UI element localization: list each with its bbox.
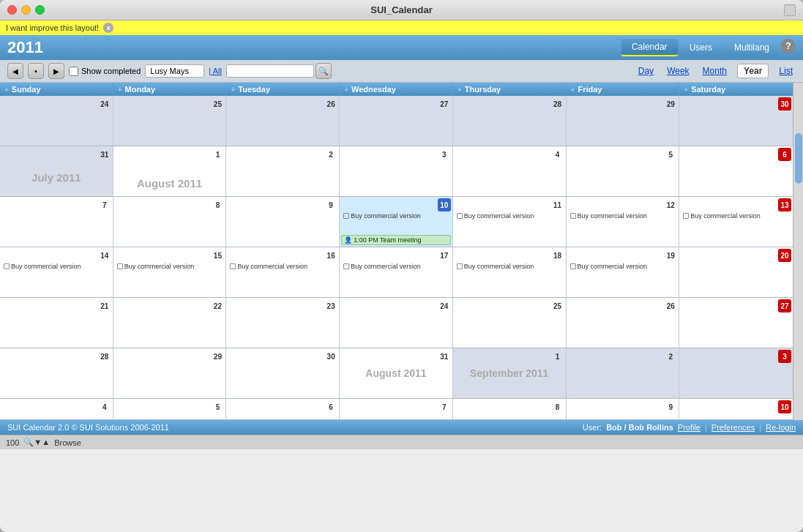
day-cell-19-aug[interactable]: 19 Buy commercial version [567, 247, 680, 297]
add-btn-sun[interactable]: + [4, 86, 9, 94]
day-num: 7 [438, 400, 451, 413]
event-buy-18[interactable]: Buy commercial version [455, 262, 564, 271]
day-cell-10-sep[interactable]: 10 [679, 399, 793, 419]
view-tab-year[interactable]: Year [737, 64, 769, 78]
day-cell-8-sep[interactable]: 8 [453, 399, 567, 419]
event-buy-15[interactable]: Buy commercial version [115, 262, 225, 271]
day-cell-29-aug[interactable]: 29 [113, 348, 227, 398]
help-button[interactable]: ? [781, 39, 796, 53]
nav-tab-multilang[interactable]: Multilang [724, 39, 780, 56]
relogin-link[interactable]: Re-login [766, 423, 796, 432]
day-cell-30-aug[interactable]: 30 [226, 348, 340, 398]
day-cell-23-aug[interactable]: 23 [226, 298, 340, 348]
day-cell-27-aug[interactable]: 27 [679, 298, 793, 348]
day-cell-7-aug[interactable]: 7 [0, 197, 113, 247]
user-name: Bob / Bob Rollins [606, 423, 673, 432]
day-cell-1-sep[interactable]: 1 September 2011 [453, 348, 567, 398]
maximize-button[interactable] [35, 5, 45, 15]
day-cell-30-jul[interactable]: 30 [679, 96, 793, 146]
day-cell-8-aug[interactable]: 8 [113, 197, 227, 247]
day-cell-25-aug[interactable]: 25 [453, 298, 567, 348]
day-cell-7-sep[interactable]: 7 [340, 399, 453, 419]
event-buy-14[interactable]: Buy commercial version [1, 262, 111, 271]
day-cell-3-sep[interactable]: 3 [679, 348, 793, 398]
day-cell-27-jul[interactable]: 27 [340, 96, 453, 146]
preferences-link[interactable]: Preferences [712, 423, 755, 432]
day-cell-9-sep[interactable]: 9 [567, 399, 680, 419]
day-cell-4-sep[interactable]: 4 [0, 399, 113, 419]
vertical-scrollbar[interactable] [793, 83, 803, 420]
event-buy-10[interactable]: Buy commercial version [341, 211, 451, 220]
day-cell-4-aug[interactable]: 4 [453, 146, 567, 196]
day-cell-26-jul[interactable]: 26 [226, 96, 340, 146]
day-cell-21-aug[interactable]: 21 [0, 298, 113, 348]
day-cell-14-aug[interactable]: 14 Buy commercial version [0, 247, 113, 297]
minimize-button[interactable] [21, 5, 31, 15]
day-cell-5-aug[interactable]: 5 [567, 146, 680, 196]
scrollbar-thumb[interactable] [795, 133, 802, 184]
day-cell-31-jul[interactable]: 31 July 2011 [0, 146, 113, 196]
nav-tab-users[interactable]: Users [679, 39, 722, 56]
event-buy-16[interactable]: Buy commercial version [228, 262, 337, 271]
resize-button[interactable] [784, 4, 796, 16]
day-cell-28-jul[interactable]: 28 [453, 96, 567, 146]
day-cell-28-aug[interactable]: 28 [0, 348, 113, 398]
user-dropdown[interactable]: Lusy Mays [145, 64, 204, 78]
day-cell-13-aug[interactable]: 13 Buy commercial version [679, 197, 793, 247]
event-buy-19[interactable]: Buy commercial version [568, 262, 678, 271]
day-cell-24-aug[interactable]: 24 [340, 298, 453, 348]
view-tab-day[interactable]: Day [635, 64, 657, 78]
day-cell-2-sep[interactable]: 2 [567, 348, 680, 398]
day-cell-20-aug[interactable]: 20 [679, 247, 793, 297]
add-btn-tue[interactable]: + [231, 86, 235, 94]
day-cell-15-aug[interactable]: 15 Buy commercial version [113, 247, 227, 297]
day-cell-11-aug[interactable]: 11 Buy commercial version [453, 197, 567, 247]
nav-today-button[interactable]: • [28, 63, 44, 79]
day-cell-10-aug[interactable]: 10 Buy commercial version 👤 1:00 PM Team… [340, 197, 453, 247]
nav-next-button[interactable]: ▶ [48, 63, 64, 79]
day-cell-22-aug[interactable]: 22 [113, 298, 227, 348]
nav-tab-calendar[interactable]: Calendar [621, 39, 678, 56]
add-btn-thu[interactable]: + [457, 86, 462, 94]
view-tab-week[interactable]: Week [664, 64, 692, 78]
day-cell-5-sep[interactable]: 5 [113, 399, 227, 419]
day-cell-6-sep[interactable]: 6 [226, 399, 340, 419]
event-meeting-10[interactable]: 👤 1:00 PM Team meeting [341, 235, 451, 245]
event-buy-13[interactable]: Buy commercial version [681, 211, 791, 220]
event-buy-11[interactable]: Buy commercial version [455, 211, 564, 220]
search-button[interactable]: 🔍 [315, 63, 332, 79]
day-cell-24-jul[interactable]: 24 [0, 96, 113, 146]
day-cell-16-aug[interactable]: 16 Buy commercial version [226, 247, 340, 297]
add-btn-fri[interactable]: + [571, 86, 575, 94]
search-input[interactable] [226, 64, 314, 78]
view-tab-month[interactable]: Month [700, 64, 730, 78]
add-btn-wed[interactable]: + [344, 86, 348, 94]
day-num: 12 [664, 198, 677, 211]
day-cell-25-jul[interactable]: 25 [113, 96, 227, 146]
day-cell-1-aug[interactable]: 1 August 2011 [113, 146, 227, 196]
all-link[interactable]: | All [209, 67, 222, 75]
day-cell-18-aug[interactable]: 18 Buy commercial version [453, 247, 567, 297]
view-tab-list[interactable]: List [776, 64, 796, 78]
day-cell-2-aug[interactable]: 2 [226, 146, 340, 196]
day-cell-9-aug[interactable]: 9 [226, 197, 340, 247]
day-num: 4 [98, 400, 111, 413]
day-num: 6 [324, 400, 337, 413]
profile-link[interactable]: Profile [678, 423, 701, 432]
day-cell-26-aug[interactable]: 26 [567, 298, 680, 348]
day-cell-31-aug[interactable]: 31 August 2011 [340, 348, 453, 398]
close-button[interactable] [7, 5, 17, 15]
nav-prev-button[interactable]: ◀ [7, 63, 23, 79]
add-btn-sat[interactable]: + [684, 86, 688, 94]
event-buy-17[interactable]: Buy commercial version [341, 262, 451, 271]
show-completed-checkbox[interactable] [69, 67, 78, 76]
day-cell-29-jul[interactable]: 29 [567, 96, 680, 146]
day-cell-3-aug[interactable]: 3 [340, 146, 453, 196]
day-cell-12-aug[interactable]: 12 Buy commercial version [567, 197, 680, 247]
add-btn-mon[interactable]: + [118, 86, 122, 94]
week-row-4: 14 Buy commercial version 15 Buy commerc… [0, 247, 793, 298]
yellow-banner-close[interactable]: x [103, 23, 113, 33]
day-cell-17-aug[interactable]: 17 Buy commercial version [340, 247, 453, 297]
event-buy-12[interactable]: Buy commercial version [568, 211, 678, 220]
day-cell-6-aug[interactable]: 6 [679, 146, 793, 196]
